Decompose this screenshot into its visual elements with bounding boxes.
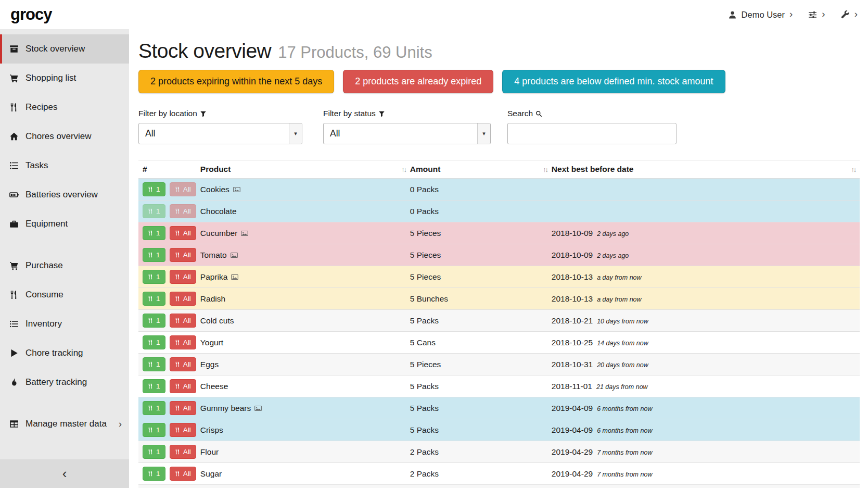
sidebar-item-equipment[interactable]: Equipment bbox=[0, 209, 129, 239]
product-name[interactable]: Cold cuts bbox=[200, 316, 234, 325]
consume-one-label: 1 bbox=[156, 273, 160, 281]
sort-icon[interactable]: ↑↓ bbox=[543, 166, 547, 173]
column-header-amount[interactable]: Amount↑↓ bbox=[410, 160, 552, 179]
product-name[interactable]: Crisps bbox=[200, 426, 223, 434]
consume-all-button[interactable]: All bbox=[170, 204, 196, 218]
consume-all-button[interactable]: All bbox=[170, 357, 196, 371]
sidebar-item-shopping-list[interactable]: Shopping list bbox=[0, 64, 129, 93]
product-name[interactable]: Cucumber bbox=[200, 229, 238, 237]
sidebar-item-tasks[interactable]: Tasks bbox=[0, 151, 129, 180]
table-row: 1 All Chocolate 0 Packs bbox=[138, 201, 860, 222]
consume-all-button[interactable]: All bbox=[170, 467, 196, 481]
product-name[interactable]: Gummy bears bbox=[200, 404, 251, 412]
consume-all-button[interactable]: All bbox=[170, 379, 196, 393]
product-name[interactable]: Cheese bbox=[200, 382, 228, 391]
sidebar-item-chores-overview[interactable]: Chores overview bbox=[0, 122, 129, 151]
product-name[interactable]: Radish bbox=[200, 294, 225, 303]
consume-all-button[interactable]: All bbox=[170, 248, 196, 262]
product-name[interactable]: Sugar bbox=[200, 469, 222, 478]
filter-icon bbox=[378, 110, 385, 117]
consume-one-button[interactable]: 1 bbox=[143, 182, 165, 196]
alert-danger-button[interactable]: 2 products are already expired bbox=[343, 70, 493, 93]
consume-one-button[interactable]: 1 bbox=[143, 335, 165, 349]
consume-all-button[interactable]: All bbox=[170, 226, 196, 240]
sidebar-item-stock-overview[interactable]: Stock overview bbox=[0, 34, 129, 64]
consume-all-button[interactable]: All bbox=[170, 314, 196, 328]
consume-all-label: All bbox=[183, 185, 191, 193]
sidebar-item-manage-master-data[interactable]: Manage master data › bbox=[0, 409, 129, 439]
product-name[interactable]: Chocolate bbox=[200, 207, 237, 216]
consume-one-button[interactable]: 1 bbox=[143, 445, 165, 459]
utensils-icon bbox=[148, 186, 154, 192]
consume-one-button[interactable]: 1 bbox=[143, 423, 165, 437]
image-icon bbox=[233, 186, 240, 193]
consume-one-button[interactable]: 1 bbox=[143, 401, 165, 415]
consume-one-button[interactable]: 1 bbox=[143, 314, 165, 328]
sidebar-item-recipes[interactable]: Recipes bbox=[0, 93, 129, 122]
sidebar-item-purchase[interactable]: Purchase bbox=[0, 251, 129, 280]
consume-one-button[interactable]: 1 bbox=[143, 248, 165, 262]
table-row: 1 All Sugar 2 Packs 2019-04-297 months f… bbox=[138, 463, 860, 485]
best-before-note: 7 months from now bbox=[597, 471, 652, 478]
image-icon bbox=[241, 230, 248, 237]
sidebar-item-label: Stock overview bbox=[25, 44, 122, 54]
sort-icon[interactable]: ↑↓ bbox=[851, 166, 856, 173]
sidebar-item-chore-tracking[interactable]: Chore tracking bbox=[0, 339, 129, 368]
product-name[interactable]: Cookies bbox=[200, 185, 229, 194]
product-name[interactable]: Yogurt bbox=[200, 338, 223, 347]
tasks-icon bbox=[9, 161, 19, 170]
sidebar-collapse-button[interactable]: ‹ bbox=[0, 459, 129, 488]
product-name[interactable]: Eggs bbox=[200, 360, 219, 369]
sort-icon[interactable]: ↑↓ bbox=[401, 166, 406, 173]
row-actions: 1 All bbox=[138, 419, 200, 441]
consume-all-button[interactable]: All bbox=[170, 335, 196, 349]
consume-all-button[interactable]: All bbox=[170, 445, 196, 459]
status-filter-select[interactable]: All ▾ bbox=[323, 123, 491, 144]
consume-all-button[interactable]: All bbox=[170, 423, 196, 437]
sidebar-item-battery-tracking[interactable]: Battery tracking bbox=[0, 368, 129, 397]
utensils-icon bbox=[175, 230, 181, 236]
consume-all-label: All bbox=[183, 470, 191, 478]
consume-one-button[interactable]: 1 bbox=[143, 357, 165, 371]
consume-all-button[interactable]: All bbox=[170, 182, 196, 196]
sidebar-nav: Stock overview Shopping list Recipes Cho… bbox=[0, 29, 129, 459]
sidebar-item-label: Batteries overview bbox=[25, 190, 122, 200]
consume-all-button[interactable]: All bbox=[170, 292, 196, 306]
table-row: 1 All Radish 5 Bunches 2018-10-13a day f… bbox=[138, 288, 860, 310]
consume-one-button[interactable]: 1 bbox=[143, 292, 165, 306]
consume-one-label: 1 bbox=[156, 339, 160, 346]
alert-warning-button[interactable]: 2 products expiring within the next 5 da… bbox=[138, 70, 334, 93]
column-header-best-before-date[interactable]: Next best before date↑↓ bbox=[552, 160, 860, 179]
sidebar-item-batteries-overview[interactable]: Batteries overview bbox=[0, 180, 129, 209]
row-actions: 1 All bbox=[138, 288, 200, 310]
admin-menu[interactable]: › bbox=[841, 9, 858, 20]
consume-all-button[interactable]: All bbox=[170, 270, 196, 284]
location-filter-select[interactable]: All ▾ bbox=[138, 123, 302, 144]
consume-one-button[interactable]: 1 bbox=[143, 379, 165, 393]
consume-one-button[interactable]: 1 bbox=[143, 270, 165, 284]
table-row: 1 All Noodles 5 Packs 2020-06-022 years … bbox=[138, 485, 860, 488]
consume-one-button[interactable]: 1 bbox=[143, 467, 165, 481]
app-logo[interactable]: grocy bbox=[10, 5, 52, 24]
sidebar-item-consume[interactable]: Consume bbox=[0, 280, 129, 309]
filter-icon bbox=[200, 110, 207, 117]
user-menu[interactable]: Demo User › bbox=[728, 9, 793, 20]
consume-one-button[interactable]: 1 bbox=[143, 226, 165, 240]
status-filter: Filter by status All ▾ bbox=[323, 109, 491, 144]
alert-info-button[interactable]: 4 products are below defined min. stock … bbox=[502, 70, 725, 93]
product-name[interactable]: Flour bbox=[200, 447, 219, 456]
sidebar-item-label: Equipment bbox=[25, 219, 122, 229]
consume-all-button[interactable]: All bbox=[170, 401, 196, 415]
column-header-product[interactable]: Product↑↓ bbox=[200, 160, 410, 179]
best-before-date: 2018-10-09 bbox=[552, 229, 593, 237]
search-input[interactable] bbox=[507, 123, 676, 144]
row-actions: 1 All bbox=[138, 201, 200, 222]
product-amount: 5 Pieces bbox=[410, 244, 552, 266]
product-name[interactable]: Paprika bbox=[200, 272, 228, 281]
sidebar-item-inventory[interactable]: Inventory bbox=[0, 309, 129, 339]
table-row: 1 All Crisps 5 Packs 2019-04-096 months … bbox=[138, 419, 860, 441]
settings-menu[interactable]: › bbox=[808, 9, 825, 20]
product-name[interactable]: Tomato bbox=[200, 251, 227, 259]
consume-one-button[interactable]: 1 bbox=[143, 204, 165, 218]
search-label-text: Search bbox=[507, 109, 533, 118]
